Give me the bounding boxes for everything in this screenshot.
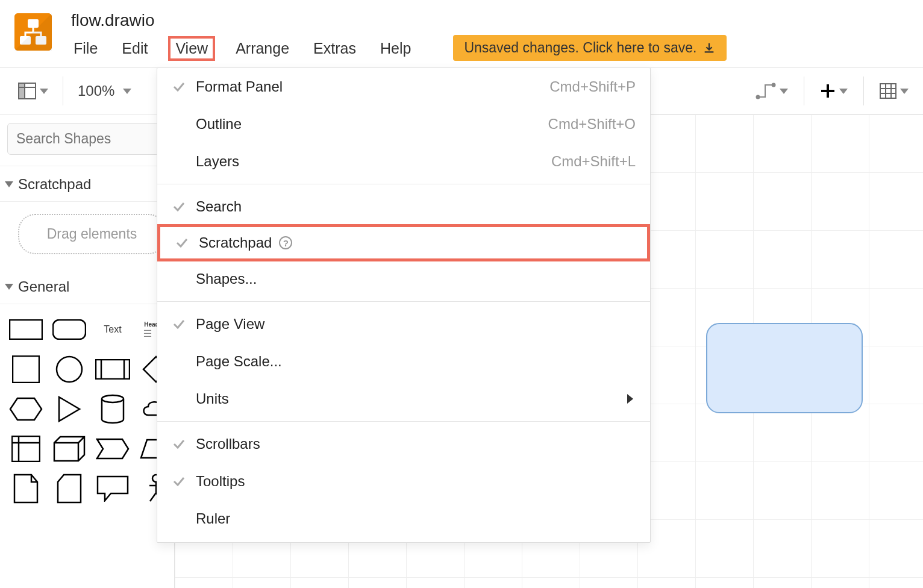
check-icon (169, 80, 189, 94)
svg-point-17 (57, 357, 82, 382)
separator (157, 301, 650, 302)
shape-note[interactable] (7, 472, 45, 505)
separator (157, 184, 650, 184)
menu-item-page-view[interactable]: Page View (157, 305, 650, 343)
menu-item-format-panel[interactable]: Format Panel Cmd+Shift+P (157, 68, 650, 105)
menu-arrange[interactable]: Arrange (232, 37, 293, 60)
divider (63, 77, 63, 105)
caret-down-icon (839, 89, 848, 94)
unsaved-banner-label: Unsaved changes. Click here to save. (464, 40, 696, 56)
check-icon (172, 236, 192, 250)
general-section-head[interactable]: General (0, 269, 174, 304)
shape-internal-storage[interactable] (7, 432, 45, 466)
waypoint-icon (756, 83, 776, 99)
toolbar-right (756, 77, 909, 105)
scratchpad-section-head[interactable]: Scratchpad (0, 166, 174, 202)
svg-rect-14 (10, 320, 42, 339)
menubar: File Edit View Arrange Extras Help Unsav… (70, 36, 727, 61)
zoom-dropdown[interactable]: 100% (78, 83, 131, 99)
svg-rect-16 (13, 356, 39, 383)
plus-icon (820, 83, 836, 99)
menu-item-units[interactable]: Units (157, 380, 650, 418)
title-and-menu: flow.drawio File Edit View Arrange Extra… (70, 8, 727, 61)
check-icon (169, 199, 189, 214)
sidebar: Scratchpad Drag elements General Text He… (0, 114, 175, 588)
menu-file[interactable]: File (70, 37, 101, 60)
shape-square[interactable] (7, 352, 45, 386)
app-logo (14, 13, 52, 51)
submenu-arrow-icon (627, 394, 633, 404)
divider (804, 77, 804, 105)
shape-cylinder[interactable] (94, 392, 131, 426)
divider (863, 77, 864, 105)
svg-point-8 (772, 84, 775, 87)
check-icon (169, 437, 189, 451)
svg-point-21 (102, 395, 124, 402)
menu-item-outline[interactable]: Outline Cmd+Shift+O (157, 105, 650, 143)
shape-text[interactable]: Text (94, 313, 131, 346)
header: flow.drawio File Edit View Arrange Extra… (0, 0, 923, 67)
shapes-palette: Text Heading━━━━━━━━━━━━ (0, 304, 174, 514)
shape-card[interactable] (51, 472, 88, 505)
table-button[interactable] (880, 83, 909, 99)
caret-down-icon (40, 89, 48, 94)
svg-rect-15 (53, 320, 86, 339)
check-icon (169, 317, 189, 331)
download-icon (702, 42, 716, 55)
menu-help[interactable]: Help (377, 37, 415, 60)
caret-down-icon (780, 89, 788, 94)
menu-edit[interactable]: Edit (118, 37, 151, 60)
file-title[interactable]: flow.drawio (70, 8, 727, 36)
scratchpad-dropzone[interactable]: Drag elements (18, 214, 166, 254)
chevron-down-icon (5, 181, 13, 187)
help-icon[interactable]: ? (279, 236, 292, 249)
waypoint-button[interactable] (756, 83, 788, 99)
search-input[interactable] (7, 123, 167, 155)
shape-rounded-rectangle[interactable] (51, 313, 88, 346)
scratchpad-hint: Drag elements (47, 226, 137, 242)
menu-item-page-scale[interactable]: Page Scale... (157, 343, 650, 380)
svg-rect-9 (880, 84, 896, 98)
caret-down-icon (123, 89, 131, 94)
unsaved-banner[interactable]: Unsaved changes. Click here to save. (453, 35, 727, 61)
shape-hexagon[interactable] (7, 392, 45, 426)
shape-triangle[interactable] (51, 392, 88, 426)
shape-callout[interactable] (94, 472, 131, 505)
svg-rect-1 (28, 19, 39, 28)
shape-circle[interactable] (51, 352, 88, 386)
sidebar-toggle-button[interactable] (18, 83, 48, 99)
menu-item-scratchpad[interactable]: Scratchpad ? (157, 224, 650, 261)
menu-item-scrollbars[interactable]: Scrollbars (157, 425, 650, 463)
menu-item-tooltips[interactable]: Tooltips (157, 463, 650, 500)
search-wrap (0, 114, 174, 166)
menu-item-ruler[interactable]: Ruler (157, 500, 650, 537)
canvas-rounded-rect-shape[interactable] (706, 323, 863, 413)
shape-process[interactable] (94, 352, 131, 386)
insert-button[interactable] (820, 83, 848, 99)
menu-extras[interactable]: Extras (310, 37, 360, 60)
general-label: General (18, 278, 69, 295)
panel-icon (18, 83, 36, 99)
chevron-down-icon (5, 284, 13, 290)
caret-down-icon (900, 89, 909, 94)
shape-step[interactable] (94, 432, 131, 466)
menu-item-layers[interactable]: Layers Cmd+Shift+L (157, 143, 650, 180)
shape-rectangle[interactable] (7, 313, 45, 346)
separator (157, 421, 650, 422)
check-icon (169, 474, 189, 489)
menu-item-search[interactable]: Search (157, 188, 650, 225)
zoom-label: 100% (78, 83, 119, 99)
table-icon (880, 83, 896, 99)
menu-view[interactable]: View (168, 36, 215, 61)
menu-item-shapes[interactable]: Shapes... (157, 260, 650, 298)
svg-point-7 (757, 96, 760, 99)
svg-rect-22 (12, 436, 40, 461)
scratchpad-label: Scratchpad (18, 176, 91, 193)
view-dropdown: Format Panel Cmd+Shift+P Outline Cmd+Shi… (157, 67, 651, 543)
svg-rect-5 (19, 83, 25, 99)
shape-cube[interactable] (51, 432, 88, 466)
